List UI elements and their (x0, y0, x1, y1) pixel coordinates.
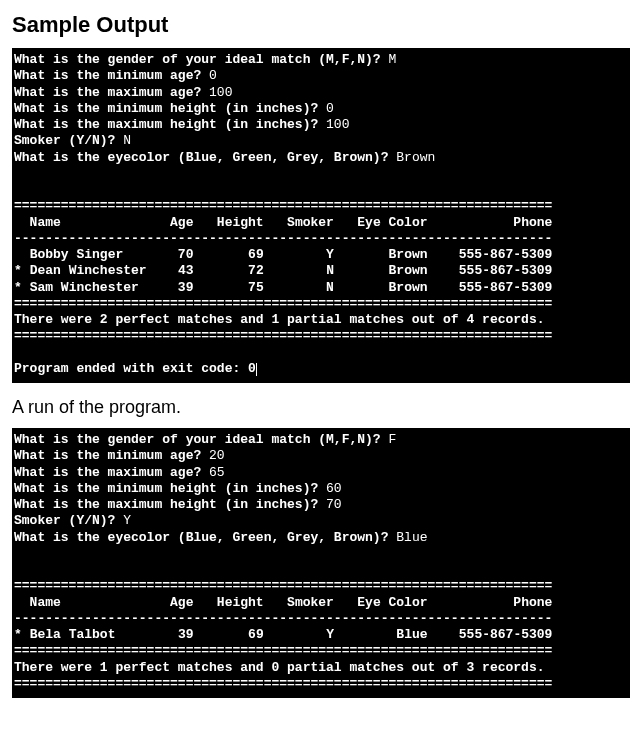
heading-sample-output: Sample Output (12, 12, 630, 38)
table-row: * Dean Winchester 43 72 N Brown 555-867-… (14, 263, 552, 278)
terminal-run-2: What is the gender of your ideal match (… (12, 428, 630, 698)
summary-line: There were 2 perfect matches and 1 parti… (14, 312, 545, 327)
table-header-row: Name Age Height Smoker Eye Color Phone (14, 215, 552, 230)
terminal-run-1: What is the gender of your ideal match (… (12, 48, 630, 383)
table-row: Bobby Singer 70 69 Y Brown 555-867-5309 (14, 247, 552, 262)
exit-line: Program ended with exit code: 0 (14, 361, 256, 376)
caption-run: A run of the program. (12, 397, 630, 418)
table-header-row: Name Age Height Smoker Eye Color Phone (14, 595, 552, 610)
table-row: * Sam Winchester 39 75 N Brown 555-867-5… (14, 280, 552, 295)
summary-line: There were 1 perfect matches and 0 parti… (14, 660, 545, 675)
cursor-icon (256, 363, 257, 376)
table-row: * Bela Talbot 39 69 Y Blue 555-867-5309 (14, 627, 552, 642)
